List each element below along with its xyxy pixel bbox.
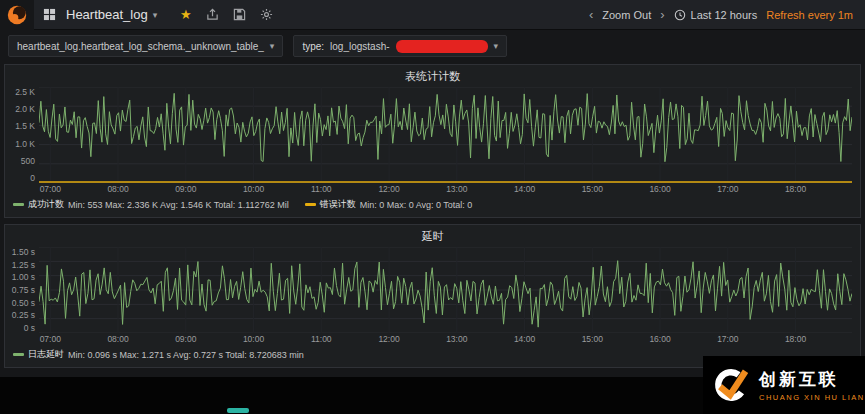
template-variables-row: heartbeat_log.heartbeat_log_schema._unkn…: [0, 30, 865, 61]
series-color-swatch: [305, 203, 316, 206]
watermark-title: 创新互联: [759, 368, 865, 391]
legend-item[interactable]: 错误计数 Min: 0 Max: 0 Avg: 0 Total: 0: [305, 198, 473, 211]
legend-item[interactable]: 日志延时 Min: 0.096 s Max: 1.271 s Avg: 0.72…: [13, 348, 304, 361]
grafana-dashboard: Heartbeat_log ▾ ★ ‹ Zoom Out ›: [0, 0, 865, 377]
x-tick-label: 18:00: [785, 334, 806, 344]
chevron-down-icon: ▾: [270, 41, 275, 51]
clock-icon: [674, 9, 686, 21]
redaction-block: [396, 40, 488, 53]
zoom-out-button[interactable]: Zoom Out: [602, 9, 651, 21]
legend: 成功计数 Min: 553 Max: 2.336 K Avg: 1.546 K …: [5, 195, 860, 217]
x-tick-label: 17:00: [717, 184, 738, 194]
y-tick-label: 1.0 K: [15, 139, 35, 149]
table-variable-value: heartbeat_log.heartbeat_log_schema._unkn…: [17, 41, 264, 52]
line-chart[interactable]: [39, 247, 852, 333]
y-tick-label: 0: [30, 173, 35, 183]
series-stats: Min: 553 Max: 2.336 K Avg: 1.546 K Total…: [68, 200, 289, 210]
panel-title[interactable]: 延时: [5, 225, 860, 247]
x-axis-row: 07:0008:0009:0010:0011:0012:0013:0014:00…: [5, 183, 860, 195]
x-axis: 07:0008:0009:0010:0011:0012:0013:0014:00…: [39, 183, 852, 195]
x-axis-row: 07:0008:0009:0010:0011:0012:0013:0014:00…: [5, 333, 860, 345]
share-icon[interactable]: [205, 7, 220, 22]
chart-row: 2.5 K2.0 K1.5 K1.0 K5000: [5, 87, 860, 183]
chevron-down-icon: ▾: [494, 41, 499, 51]
x-tick-label: 07:00: [40, 184, 61, 194]
x-tick-label: 11:00: [311, 334, 332, 344]
chart-plot-area[interactable]: [39, 87, 852, 183]
y-tick-label: 1.50 s: [12, 247, 35, 257]
time-shift-back-icon[interactable]: ‹: [589, 8, 593, 21]
nav-right-cluster: ‹ Zoom Out › Last 12 hours Refresh every…: [589, 8, 865, 21]
panel-table-count: 表统计计数 2.5 K2.0 K1.5 K1.0 K5000 07:0008:0…: [4, 64, 861, 218]
y-axis: 1.50 s1.25 s1.00 s0.75 s0.50 s0.25 s0 s: [9, 247, 39, 333]
x-tick-label: 17:00: [717, 334, 738, 344]
series-name[interactable]: 错误计数: [320, 198, 356, 211]
chevron-down-icon: ▾: [153, 10, 158, 20]
series-color-swatch: [13, 353, 24, 356]
x-tick-label: 15:00: [582, 184, 603, 194]
x-tick-label: 08:00: [107, 184, 128, 194]
x-tick-label: 07:00: [40, 334, 61, 344]
table-variable-dropdown[interactable]: heartbeat_log.heartbeat_log_schema._unkn…: [8, 35, 283, 57]
watermark-text: 创新互联 CHUANG XIN HU LIAN: [759, 368, 865, 402]
watermark-subtitle: CHUANG XIN HU LIAN: [759, 393, 865, 402]
y-tick-label: 1.5 K: [15, 121, 35, 131]
x-tick-label: 10:00: [243, 184, 264, 194]
x-tick-label: 13:00: [446, 184, 467, 194]
panel-title[interactable]: 表统计计数: [5, 65, 860, 87]
dashboard-title: Heartbeat_log: [66, 7, 148, 22]
x-tick-label: 13:00: [446, 334, 467, 344]
scrollbar-thumb[interactable]: [227, 408, 249, 413]
series-name[interactable]: 成功计数: [28, 198, 64, 211]
time-range-label: Last 12 hours: [691, 9, 758, 21]
x-tick-label: 08:00: [107, 334, 128, 344]
x-tick-label: 18:00: [785, 184, 806, 194]
dashboard-title-dropdown[interactable]: Heartbeat_log ▾: [66, 7, 157, 22]
y-tick-label: 2.5 K: [15, 87, 35, 97]
nav-left-cluster: Heartbeat_log ▾ ★: [34, 7, 274, 22]
x-tick-label: 16:00: [649, 334, 670, 344]
x-tick-label: 12:00: [378, 184, 399, 194]
x-tick-label: 15:00: [582, 334, 603, 344]
x-tick-label: 16:00: [649, 184, 670, 194]
y-axis: 2.5 K2.0 K1.5 K1.0 K5000: [9, 87, 39, 183]
series-stats: Min: 0.096 s Max: 1.271 s Avg: 0.727 s T…: [68, 350, 304, 360]
x-tick-label: 09:00: [175, 184, 196, 194]
watermark-logo: 创新互联 CHUANG XIN HU LIAN: [703, 356, 865, 414]
dashboard-picker-icon[interactable]: [42, 7, 57, 22]
series-line: [39, 261, 852, 327]
type-variable-label: type:: [302, 41, 324, 52]
x-tick-label: 10:00: [243, 334, 264, 344]
x-tick-label: 09:00: [175, 334, 196, 344]
x-axis: 07:0008:0009:0010:0011:0012:0013:0014:00…: [39, 333, 852, 345]
x-tick-label: 14:00: [514, 334, 535, 344]
legend-item[interactable]: 成功计数 Min: 553 Max: 2.336 K Avg: 1.546 K …: [13, 198, 289, 211]
y-tick-label: 0.25 s: [12, 310, 35, 320]
star-icon[interactable]: ★: [178, 7, 193, 22]
save-icon[interactable]: [232, 7, 247, 22]
y-tick-label: 1.25 s: [12, 260, 35, 270]
type-variable-dropdown[interactable]: type: log_logstash- ▾: [293, 35, 507, 57]
series-color-swatch: [13, 203, 24, 206]
nav-action-icons: ★: [178, 7, 274, 22]
y-tick-label: 0.75 s: [12, 285, 35, 295]
grafana-logo-icon: [6, 4, 28, 26]
line-chart[interactable]: [39, 87, 852, 183]
series-name[interactable]: 日志延时: [28, 348, 64, 361]
time-shift-forward-icon[interactable]: ›: [660, 8, 664, 21]
gear-icon[interactable]: [259, 7, 274, 22]
series-stats: Min: 0 Max: 0 Avg: 0 Total: 0: [360, 200, 473, 210]
y-tick-label: 0.50 s: [12, 298, 35, 308]
type-variable-value: log_logstash-: [330, 41, 389, 52]
top-navbar: Heartbeat_log ▾ ★ ‹ Zoom Out ›: [0, 0, 865, 30]
y-tick-label: 2.0 K: [15, 104, 35, 114]
x-tick-label: 12:00: [378, 334, 399, 344]
x-tick-label: 11:00: [311, 184, 332, 194]
chart-row: 1.50 s1.25 s1.00 s0.75 s0.50 s0.25 s0 s: [5, 247, 860, 333]
chart-plot-area[interactable]: [39, 247, 852, 333]
time-range-picker[interactable]: Last 12 hours: [674, 9, 758, 21]
refresh-interval-button[interactable]: Refresh every 1m: [766, 9, 853, 21]
y-tick-label: 0 s: [24, 323, 35, 333]
grafana-logo[interactable]: [0, 0, 34, 30]
y-tick-label: 500: [21, 156, 35, 166]
